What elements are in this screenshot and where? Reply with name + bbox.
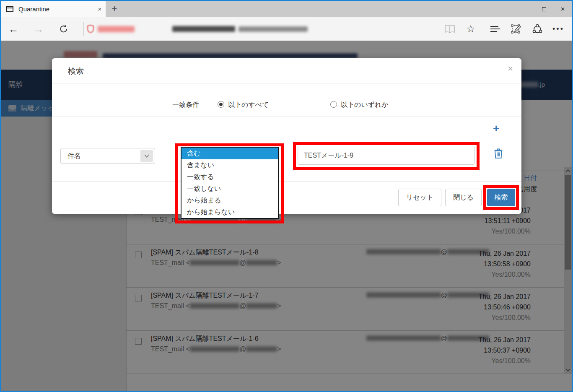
operator-listbox[interactable]: 含む 含まない 一致する 一致しない から始まる から始まらない [181,147,279,219]
certificate-error-shield-icon [87,25,94,33]
radio-all-of-following[interactable] [218,101,224,108]
divider [52,83,521,83]
trash-icon [494,148,503,159]
reading-view-book-icon [444,24,455,34]
browser-toolbar: ← → ☆ ••• [1,17,572,41]
chevron-down-icon [140,150,153,162]
favorites-star-button[interactable]: ☆ [460,17,481,41]
close-button[interactable]: 閉じる [445,189,482,206]
divider [52,117,521,117]
match-condition-label: 一致条件 [172,101,199,109]
toolbar-divider [483,23,483,35]
more-actions-button[interactable]: ••• [548,17,569,41]
field-select-value: 件名 [67,148,81,164]
tab-title: Quarantine [18,5,49,13]
maximize-button[interactable] [534,1,553,17]
toolbar-divider [83,22,83,36]
option-matches[interactable]: 一致する [181,171,278,183]
url-text-blurred [172,26,235,32]
divider [52,181,521,182]
address-bar[interactable] [87,23,308,35]
radio-any-label[interactable]: 以下のいずれか [341,101,389,109]
search-modal: 検索 × 一致条件 以下のすべて 以下のいずれか + 件名 リセット 閉じる [52,58,521,214]
url-path-blurred [239,26,308,32]
maximize-icon [542,7,546,11]
search-term-input[interactable] [298,147,475,165]
share-icon [532,23,543,34]
search-button[interactable]: 検索 [487,189,515,206]
modal-close-icon[interactable]: × [508,63,513,74]
option-contains[interactable]: 含む [181,148,278,159]
refresh-icon [59,24,69,34]
minimize-button[interactable] [516,1,534,17]
web-note-button[interactable] [506,17,527,41]
option-starts-with[interactable]: から始まる [181,195,278,206]
radio-all-label[interactable]: 以下のすべて [228,101,269,109]
title-bar: Quarantine × + × [1,1,572,17]
field-select[interactable]: 件名 [60,148,155,164]
radio-any-of-following[interactable] [330,101,337,108]
web-note-pencil-icon [511,23,522,34]
delete-condition-button[interactable] [494,148,504,159]
hub-button[interactable] [485,17,506,41]
option-not-contains[interactable]: 含まない [181,159,278,171]
option-not-matches[interactable]: 一致しない [181,183,278,195]
tab-close-icon[interactable]: × [94,1,106,17]
minimize-icon [523,9,527,10]
tab-page-icon [6,6,13,12]
forward-button[interactable]: → [29,17,48,41]
add-condition-button[interactable]: + [493,122,499,135]
option-not-starts-with[interactable]: から始まらない [181,206,278,218]
close-window-button[interactable]: × [553,1,572,17]
browser-tab[interactable]: Quarantine [1,1,106,17]
share-button[interactable] [527,17,548,41]
back-button[interactable]: ← [4,17,23,41]
hub-lines-icon [490,25,501,33]
browser-window: Quarantine × + × ← → ☆ [0,0,573,392]
refresh-button[interactable] [54,17,73,41]
certificate-error-text-blurred [98,26,135,32]
modal-title: 検索 [68,66,84,77]
new-tab-button[interactable]: + [108,1,121,17]
reset-button[interactable]: リセット [398,189,441,206]
reading-view-button[interactable] [439,17,460,41]
